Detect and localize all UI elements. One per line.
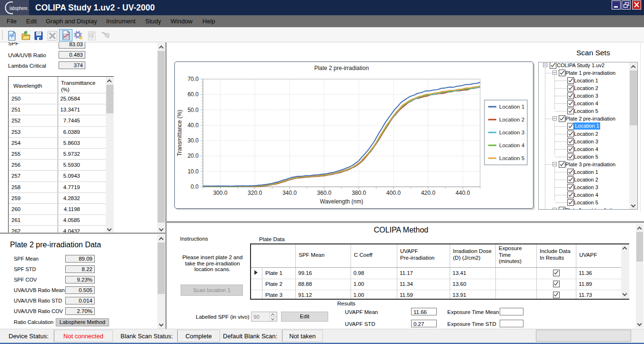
svg-text:Location 3: Location 3 xyxy=(499,130,524,135)
svg-text:40.0: 40.0 xyxy=(188,122,199,129)
svg-text:20.0: 20.0 xyxy=(188,152,199,159)
svg-text:30.0: 30.0 xyxy=(188,137,199,144)
svg-text:50.0: 50.0 xyxy=(188,107,199,113)
svg-text:300.0: 300.0 xyxy=(213,190,227,196)
svg-text:320.0: 320.0 xyxy=(248,190,262,196)
svg-text:440.0: 440.0 xyxy=(456,190,470,196)
svg-text:Transmittance (%): Transmittance (%) xyxy=(176,110,183,156)
svg-text:360.0: 360.0 xyxy=(317,190,332,196)
svg-text:Location 5: Location 5 xyxy=(499,155,524,161)
svg-text:380.0: 380.0 xyxy=(352,190,366,196)
svg-text:labsphere.: labsphere. xyxy=(10,5,29,11)
svg-text:0.0: 0.0 xyxy=(191,183,199,190)
svg-text:420.0: 420.0 xyxy=(421,190,435,196)
svg-text:400.0: 400.0 xyxy=(386,190,401,196)
svg-text:Wavelength (nm): Wavelength (nm) xyxy=(320,198,363,205)
svg-text:Location 2: Location 2 xyxy=(499,117,524,122)
svg-text:Plate 2 pre-irradiation: Plate 2 pre-irradiation xyxy=(314,65,369,71)
svg-text:Location 1: Location 1 xyxy=(499,104,524,110)
svg-text:340.0: 340.0 xyxy=(282,190,297,196)
svg-text:10.0: 10.0 xyxy=(188,168,199,175)
svg-text:60.0: 60.0 xyxy=(188,91,199,98)
svg-text:Location 4: Location 4 xyxy=(499,142,525,148)
svg-text:70.0: 70.0 xyxy=(188,76,199,82)
